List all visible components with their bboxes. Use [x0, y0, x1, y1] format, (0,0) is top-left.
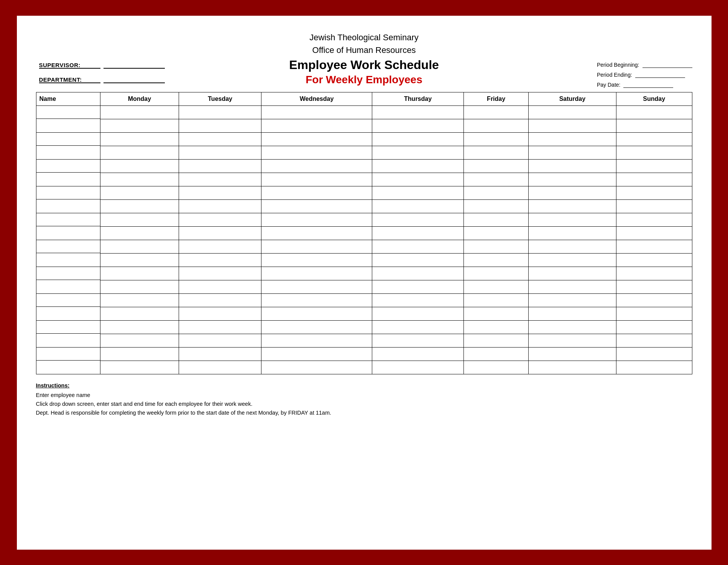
schedule-cell[interactable] [372, 347, 464, 374]
schedule-cell[interactable] [261, 159, 372, 186]
table-row[interactable] [36, 213, 692, 240]
table-row[interactable] [36, 132, 692, 159]
schedule-cell[interactable] [100, 293, 179, 320]
schedule-cell[interactable] [100, 240, 179, 267]
schedule-cell[interactable] [100, 347, 179, 374]
period-ending-line: Period Ending: [597, 72, 692, 78]
schedule-cell[interactable] [179, 159, 261, 186]
schedule-cell[interactable] [528, 347, 616, 374]
schedule-cell[interactable] [179, 267, 261, 293]
table-row[interactable] [36, 320, 692, 347]
schedule-cell[interactable] [616, 213, 692, 240]
schedule-title: Employee Work Schedule [289, 58, 439, 72]
schedule-cell[interactable] [616, 320, 692, 347]
schedule-cell[interactable] [100, 320, 179, 347]
schedule-cell[interactable] [464, 105, 529, 132]
schedule-cell[interactable] [616, 293, 692, 320]
schedule-cell[interactable] [372, 293, 464, 320]
name-cell[interactable] [36, 293, 100, 320]
schedule-cell[interactable] [261, 105, 372, 132]
schedule-cell[interactable] [372, 159, 464, 186]
schedule-cell[interactable] [179, 293, 261, 320]
schedule-cell[interactable] [528, 159, 616, 186]
schedule-cell[interactable] [528, 105, 616, 132]
table-row[interactable] [36, 186, 692, 213]
schedule-cell[interactable] [464, 267, 529, 293]
name-cell[interactable] [36, 320, 100, 347]
schedule-cell[interactable] [464, 293, 529, 320]
schedule-cell[interactable] [372, 132, 464, 159]
supervisor-blank [104, 62, 165, 69]
name-cell[interactable] [36, 267, 100, 293]
schedule-cell[interactable] [100, 159, 179, 186]
table-row[interactable] [36, 267, 692, 293]
name-cell[interactable] [36, 240, 100, 267]
schedule-cell[interactable] [616, 267, 692, 293]
schedule-cell[interactable] [100, 213, 179, 240]
schedule-cell[interactable] [261, 132, 372, 159]
schedule-cell[interactable] [261, 213, 372, 240]
schedule-cell[interactable] [100, 132, 179, 159]
schedule-cell[interactable] [261, 240, 372, 267]
schedule-cell[interactable] [528, 267, 616, 293]
col-friday: Friday [464, 92, 529, 105]
name-cell[interactable] [36, 347, 100, 374]
pay-date-label: Pay Date: [597, 82, 620, 88]
schedule-cell[interactable] [528, 186, 616, 213]
name-cell[interactable] [36, 105, 100, 132]
schedule-cell[interactable] [528, 320, 616, 347]
table-row[interactable] [36, 347, 692, 374]
col-tuesday: Tuesday [179, 92, 261, 105]
schedule-cell[interactable] [372, 186, 464, 213]
schedule-cell[interactable] [616, 347, 692, 374]
schedule-cell[interactable] [372, 267, 464, 293]
period-beginning-blank [643, 62, 692, 68]
schedule-cell[interactable] [261, 347, 372, 374]
schedule-cell[interactable] [528, 293, 616, 320]
schedule-cell[interactable] [528, 213, 616, 240]
col-wednesday: Wednesday [261, 92, 372, 105]
schedule-cell[interactable] [179, 132, 261, 159]
schedule-cell[interactable] [261, 320, 372, 347]
schedule-cell[interactable] [179, 240, 261, 267]
schedule-cell[interactable] [616, 132, 692, 159]
schedule-cell[interactable] [179, 213, 261, 240]
schedule-cell[interactable] [616, 159, 692, 186]
schedule-cell[interactable] [464, 186, 529, 213]
schedule-cell[interactable] [616, 186, 692, 213]
schedule-cell[interactable] [372, 213, 464, 240]
schedule-cell[interactable] [528, 240, 616, 267]
col-sunday: Sunday [616, 92, 692, 105]
period-ending-blank [635, 72, 685, 78]
schedule-cell[interactable] [528, 132, 616, 159]
name-cell[interactable] [36, 213, 100, 240]
schedule-cell[interactable] [372, 320, 464, 347]
schedule-cell[interactable] [464, 132, 529, 159]
name-cell[interactable] [36, 186, 100, 213]
schedule-cell[interactable] [100, 105, 179, 132]
schedule-cell[interactable] [100, 267, 179, 293]
schedule-cell[interactable] [464, 347, 529, 374]
schedule-cell[interactable] [464, 213, 529, 240]
schedule-cell[interactable] [464, 240, 529, 267]
schedule-cell[interactable] [179, 186, 261, 213]
name-cell[interactable] [36, 159, 100, 186]
schedule-cell[interactable] [616, 240, 692, 267]
schedule-cell[interactable] [464, 159, 529, 186]
schedule-cell[interactable] [464, 320, 529, 347]
schedule-cell[interactable] [261, 186, 372, 213]
schedule-cell[interactable] [616, 105, 692, 132]
schedule-cell[interactable] [372, 240, 464, 267]
schedule-cell[interactable] [261, 293, 372, 320]
schedule-cell[interactable] [100, 186, 179, 213]
table-row[interactable] [36, 159, 692, 186]
name-cell[interactable] [36, 132, 100, 159]
schedule-cell[interactable] [179, 320, 261, 347]
schedule-cell[interactable] [179, 105, 261, 132]
table-row[interactable] [36, 240, 692, 267]
schedule-cell[interactable] [261, 267, 372, 293]
table-row[interactable] [36, 105, 692, 132]
schedule-cell[interactable] [372, 105, 464, 132]
table-row[interactable] [36, 293, 692, 320]
schedule-cell[interactable] [179, 347, 261, 374]
